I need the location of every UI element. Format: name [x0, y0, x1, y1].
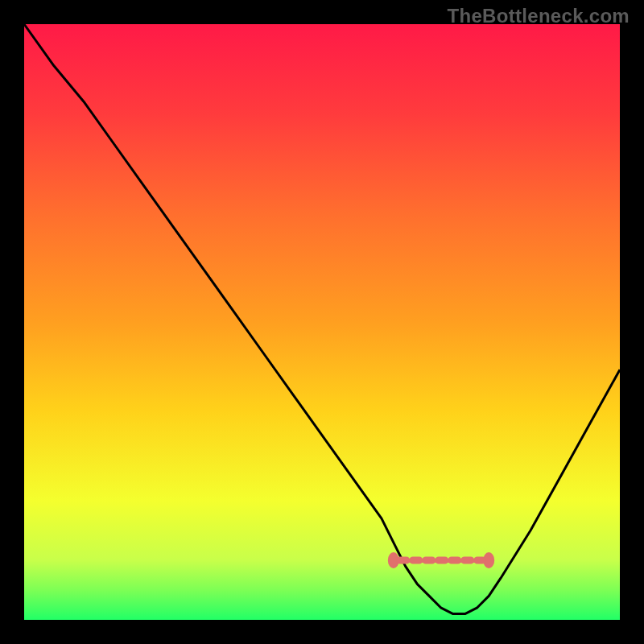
- chart-frame: TheBottleneck.com: [0, 0, 644, 644]
- watermark-text: TheBottleneck.com: [448, 5, 630, 27]
- bottleneck-chart: [0, 0, 644, 644]
